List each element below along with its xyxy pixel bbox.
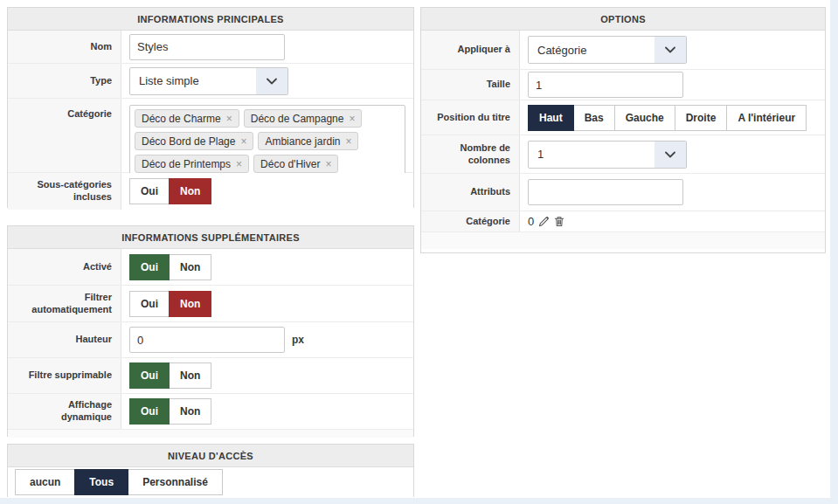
toggle-option-oui[interactable]: Oui: [129, 291, 170, 317]
nombre-colonnes-select-value: 1: [529, 142, 654, 168]
remove-tag-icon[interactable]: ×: [240, 135, 246, 148]
row-attributs: Attributs: [421, 174, 825, 211]
attributs-input[interactable]: [528, 179, 683, 205]
tag-label: Déco de Charme: [142, 113, 221, 125]
sous-categories-label: Sous-catégories incluses: [8, 173, 121, 210]
type-select[interactable]: Liste simple: [129, 67, 288, 95]
toggle-option-gauche[interactable]: Gauche: [614, 105, 675, 131]
taille-input[interactable]: [528, 72, 683, 98]
chevron-down-icon: [256, 68, 287, 94]
toggle-option-oui[interactable]: Oui: [129, 178, 170, 204]
appliquer-a-select-value: Catégorie: [529, 37, 654, 63]
panel-informations-supplementaires: INFORMATIONS SUPPLÉMENTAIRES Activé OuiN…: [7, 225, 414, 437]
attributs-label: Attributs: [421, 174, 520, 211]
remove-tag-icon[interactable]: ×: [226, 113, 232, 125]
nombre-colonnes-label: Nombre de colonnes: [421, 135, 520, 173]
hauteur-label: Hauteur: [8, 322, 121, 357]
chevron-down-icon: [654, 142, 686, 168]
row-sous-categories: Sous-catégories incluses OuiNon: [8, 173, 413, 210]
filtrer-auto-toggle: OuiNon: [129, 291, 211, 317]
categorie-count-label: Catégorie: [421, 211, 520, 231]
toggle-option-non[interactable]: Non: [169, 291, 211, 317]
panel-title: INFORMATIONS PRINCIPALES: [8, 8, 413, 31]
taille-label: Taille: [421, 70, 520, 100]
edit-pencil-icon[interactable]: [538, 216, 550, 227]
panel-niveau-acces: NIVEAU D'ACCÈS aucunTousPersonnalisé: [7, 444, 414, 497]
row-taille: Taille: [421, 70, 825, 100]
tag-label: Déco Bord de Plage: [142, 135, 235, 148]
toggle-option-droite[interactable]: Droite: [675, 105, 728, 131]
row-filtrer-auto: Filtrer automatiquement OuiNon: [8, 286, 413, 322]
active-label: Activé: [8, 249, 121, 285]
toggle-option-non[interactable]: Non: [169, 178, 211, 204]
row-nombre-colonnes: Nombre de colonnes 1: [421, 135, 825, 174]
panel-options: OPTIONS Appliquer à Catégorie Taille Pos…: [420, 7, 826, 253]
row-categorie-count: Catégorie 0: [421, 211, 825, 232]
categorie-tags-input[interactable]: Déco de Charme×Déco de Campagne×Déco Bor…: [129, 105, 405, 176]
affichage-dynamique-toggle: OuiNon: [129, 398, 211, 425]
category-tag: Déco Bord de Plage×: [135, 132, 253, 150]
toggle-option-haut[interactable]: Haut: [528, 105, 574, 131]
tag-label: Déco de Campagne: [251, 113, 344, 125]
nom-label: Nom: [8, 31, 121, 63]
filtre-supprimable-label: Filtre supprimable: [8, 358, 121, 393]
category-tag: Déco de Printemps×: [135, 155, 249, 173]
position-titre-toggle: HautBasGaucheDroiteA l'intérieur: [528, 105, 807, 131]
row-appliquer-a: Appliquer à Catégorie: [421, 31, 825, 70]
nom-input[interactable]: [129, 34, 285, 60]
toggle-option-non[interactable]: Non: [169, 362, 211, 389]
remove-tag-icon[interactable]: ×: [236, 158, 242, 170]
row-active: Activé OuiNon: [8, 249, 413, 286]
remove-tag-icon[interactable]: ×: [345, 135, 351, 148]
row-position-titre: Position du titre HautBasGaucheDroiteA l…: [421, 100, 825, 135]
tag-label: Déco d'Hiver: [260, 158, 320, 170]
toggle-option-non[interactable]: Non: [169, 254, 211, 280]
remove-tag-icon[interactable]: ×: [325, 158, 331, 170]
category-tag: Déco d'Hiver×: [253, 155, 338, 173]
category-tag: Ambiance jardin×: [258, 132, 358, 150]
panel-title: INFORMATIONS SUPPLÉMENTAIRES: [8, 226, 413, 249]
row-nom: Nom: [8, 31, 413, 64]
tag-label: Déco de Printemps: [142, 158, 231, 170]
row-filtre-supprimable: Filtre supprimable OuiNon: [8, 358, 413, 394]
appliquer-a-label: Appliquer à: [421, 31, 520, 69]
panel-title: NIVEAU D'ACCÈS: [8, 445, 413, 467]
appliquer-a-select[interactable]: Catégorie: [528, 36, 687, 64]
position-titre-label: Position du titre: [421, 100, 520, 135]
row-type: Type Liste simple: [8, 64, 413, 99]
type-label: Type: [8, 64, 121, 98]
category-tag: Déco de Charme×: [135, 109, 239, 128]
affichage-dynamique-label: Affichage dynamique: [8, 394, 121, 429]
toggle-option-non[interactable]: Non: [169, 398, 211, 425]
hauteur-input[interactable]: [129, 327, 285, 353]
toggle-option-oui[interactable]: Oui: [129, 254, 170, 280]
toggle-option-personnalis-[interactable]: Personnalisé: [128, 469, 223, 495]
toggle-option-tous[interactable]: Tous: [74, 469, 128, 495]
category-tag: Déco de Campagne×: [244, 109, 363, 128]
active-toggle: OuiNon: [129, 254, 211, 280]
panel-footer: [8, 430, 413, 438]
filtre-supprimable-toggle: OuiNon: [129, 362, 211, 389]
toggle-option-a-l-int-rieur[interactable]: A l'intérieur: [726, 105, 807, 131]
hauteur-unit: px: [292, 334, 304, 346]
toggle-option-aucun[interactable]: aucun: [15, 469, 75, 495]
sous-categories-toggle: OuiNon: [129, 178, 211, 204]
toggle-option-oui[interactable]: Oui: [129, 398, 170, 425]
row-hauteur: Hauteur px: [8, 322, 413, 358]
nombre-colonnes-select[interactable]: 1: [528, 141, 687, 169]
toggle-option-bas[interactable]: Bas: [573, 105, 615, 131]
niveau-acces-toggle: aucunTousPersonnalisé: [15, 469, 223, 495]
panel-informations-principales: INFORMATIONS PRINCIPALES Nom Type Liste …: [7, 7, 414, 208]
toggle-option-oui[interactable]: Oui: [129, 362, 170, 389]
panel-footer: [421, 232, 825, 249]
chevron-down-icon: [654, 37, 686, 63]
remove-tag-icon[interactable]: ×: [349, 113, 355, 125]
tag-label: Ambiance jardin: [265, 135, 340, 148]
panel-title: OPTIONS: [421, 8, 825, 31]
trash-icon[interactable]: [554, 216, 564, 227]
categorie-count-value: 0: [528, 215, 534, 228]
filtrer-auto-label: Filtrer automatiquement: [8, 286, 121, 321]
type-select-value: Liste simple: [130, 68, 256, 94]
page-content: INFORMATIONS PRINCIPALES Nom Type Liste …: [0, 0, 830, 498]
categorie-label: Catégorie: [8, 99, 121, 172]
